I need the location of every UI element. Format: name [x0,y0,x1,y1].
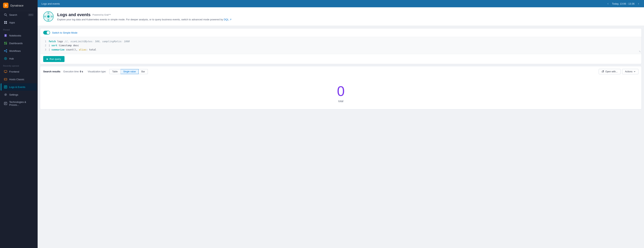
grail-badge: Powered by Grail™ [92,14,111,16]
search-results-label: Search results [43,70,60,73]
results-panel: Search results Execution time: 0 s Visua… [40,66,642,110]
hosts-icon [4,78,7,81]
svg-point-25 [4,79,5,80]
sidebar-item-logs-events[interactable]: Logs & Events [1,83,37,90]
search-shortcut: ⌘ K [28,14,34,16]
content-area: Logs and events Powered by Grail™ Explor… [38,7,644,248]
technologies-icon [4,102,7,105]
sidebar-item-apps[interactable]: Apps [1,19,37,26]
search-label: Search [9,14,17,16]
sidebar-item-dashboards[interactable]: Dashboards [1,40,37,47]
svg-point-20 [5,58,6,59]
workflows-label: Workflows [9,50,21,52]
hosts-classic-label: Hosts Classic [9,78,24,81]
dashboards-icon [4,42,7,45]
results-actions: Open with... Actions [599,69,638,74]
viz-tabs: Table Single value Bar [109,69,148,74]
query-panel: Switch to Simple Mode 1 fetch logs //, s… [40,28,642,64]
frontend-icon [4,70,7,73]
svg-point-44 [51,16,52,17]
pinned-section-label: Pinned [0,26,38,32]
sidebar-item-workflows[interactable]: Workflows [1,47,37,54]
svg-point-16 [6,51,7,52]
code-content-1: fetch logs //, scanLimitGBytes: 500, sam… [48,39,130,44]
search-icon [4,13,7,16]
code-line-2: 2 | sort timestamp desc [43,44,638,48]
run-query-button[interactable]: ▶ Run query [43,56,64,62]
svg-rect-2 [4,21,6,22]
play-icon: ▶ [47,58,48,60]
line-number-2: 2 [43,44,46,48]
prev-time-button[interactable]: ‹ [606,2,610,6]
results-toolbar: Search results Execution time: 0 s Visua… [43,69,638,74]
code-content-2: | sort timestamp desc [48,44,79,48]
app-header-info: Logs and events Powered by Grail™ Explor… [57,12,232,21]
topbar-time: Today, 13:06 - 13:36 [612,2,634,5]
svg-rect-21 [4,70,7,72]
dashboards-label: Dashboards [9,42,23,45]
logs-events-label: Logs & Events [9,86,25,88]
sidebar-item-hosts-classic[interactable]: Hosts Classic [1,76,37,83]
query-actions: ▶ Run query [40,54,642,64]
results-value-display: 0 total [43,76,638,106]
technologies-label: Technologies & Proces... [9,100,34,106]
svg-line-18 [5,51,6,52]
simple-mode-bar: Switch to Simple Mode [40,28,642,37]
svg-line-17 [5,50,6,51]
svg-point-40 [47,15,50,18]
svg-point-15 [6,49,7,50]
topbar-nav: ‹ Today, 13:06 - 13:36 › [606,2,640,6]
app-name: Dynatrace [10,4,24,7]
viz-tab-table[interactable]: Table [109,69,120,74]
svg-point-42 [48,20,49,21]
svg-line-1 [6,15,7,16]
simple-mode-label: Switch to Simple Mode [52,31,78,34]
sidebar-item-settings[interactable]: Settings [1,91,37,98]
svg-rect-4 [4,23,6,24]
open-with-button[interactable]: Open with... [599,69,620,74]
simple-mode-toggle[interactable] [43,31,50,34]
notebooks-icon [4,34,7,37]
sidebar-item-technologies[interactable]: Technologies & Proces... [1,99,37,108]
viz-tab-single-value[interactable]: Single value [120,69,139,74]
svg-rect-5 [6,23,7,24]
svg-point-14 [4,50,5,52]
main-content: Logs and events ‹ Today, 13:06 - 13:36 ›… [38,0,644,248]
sidebar-item-search[interactable]: Search ⌘ K [1,11,37,18]
sidebar-item-hub[interactable]: Hub [1,55,37,62]
dynatrace-logo-icon: D [3,3,8,8]
resize-handle[interactable]: ⤡ [639,50,641,53]
settings-icon [4,93,7,96]
code-content-3: | summarize count(), alias: total [48,48,96,52]
line-number-3: 3 [43,48,46,52]
code-line-3: 3 | summarize count(), alias: total [43,48,638,52]
dql-link[interactable]: DQL ↗ [224,18,232,21]
actions-button[interactable]: Actions [622,69,638,74]
viz-tab-bar[interactable]: Bar [139,69,148,74]
sidebar-logo[interactable]: D Dynatrace [0,0,38,11]
svg-rect-45 [602,71,604,72]
app-description: Explore your log data and Kubernetes eve… [57,18,232,21]
apps-icon [4,21,7,24]
notebooks-label: Notebooks [9,34,21,37]
svg-rect-3 [6,21,7,22]
app-header: Logs and events Powered by Grail™ Explor… [38,7,644,26]
viz-type-label: Visualization type: [88,70,106,73]
topbar-title: Logs and events [42,2,60,5]
svg-rect-13 [4,44,6,44]
execution-time: Execution time: 0 s [64,70,83,73]
svg-point-43 [44,16,46,17]
svg-rect-12 [6,43,7,44]
result-number: 0 [43,84,638,98]
topbar: Logs and events ‹ Today, 13:06 - 13:36 › [38,0,644,7]
next-time-button[interactable]: › [637,2,640,6]
result-label: total [43,100,638,103]
sidebar-item-notebooks[interactable]: Notebooks [1,32,37,39]
apps-label: Apps [9,21,15,24]
code-editor[interactable]: 1 fetch logs //, scanLimitGBytes: 500, s… [40,37,642,54]
sidebar-item-frontend[interactable]: Frontend [1,68,37,75]
logs-icon [4,85,7,89]
code-line-1: 1 fetch logs //, scanLimitGBytes: 500, s… [43,39,638,44]
hub-icon [4,57,7,60]
svg-rect-10 [4,42,6,44]
